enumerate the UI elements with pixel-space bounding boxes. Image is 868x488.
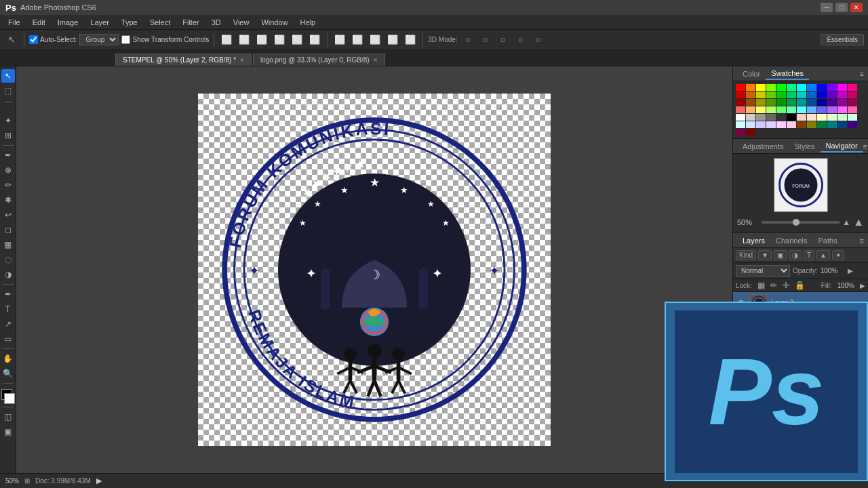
color-swatch[interactable]	[776, 99, 786, 106]
filter-adjustment-icon[interactable]: ◑	[789, 250, 802, 260]
color-swatch[interactable]	[736, 99, 745, 106]
color-swatch[interactable]	[797, 99, 806, 106]
color-swatch[interactable]	[848, 114, 857, 121]
color-swatch[interactable]	[787, 84, 796, 91]
screen-mode-tool[interactable]: ▣	[1, 425, 15, 439]
tab-paths[interactable]: Paths	[813, 235, 843, 246]
align-right-icon[interactable]: ⬜	[254, 33, 269, 47]
color-swatch[interactable]	[837, 121, 847, 128]
active-document-tab[interactable]: STEMPEL @ 50% (Layer 2, RGB/8) * ×	[115, 54, 252, 66]
3d-scale-icon[interactable]: ○	[531, 33, 546, 47]
lock-all-icon[interactable]: 🔒	[795, 281, 805, 290]
color-swatch[interactable]	[827, 84, 837, 91]
color-swatch[interactable]	[746, 121, 755, 128]
color-swatch[interactable]	[776, 121, 786, 128]
essentials-button[interactable]: Essentials	[821, 34, 864, 45]
color-swatch[interactable]	[756, 106, 766, 113]
pen-tool[interactable]: ✒	[1, 287, 15, 301]
3d-pan-icon[interactable]: ○	[496, 33, 511, 47]
color-swatch[interactable]	[776, 92, 786, 98]
lock-position-icon[interactable]: ✛	[783, 281, 789, 290]
color-swatch[interactable]	[807, 106, 816, 113]
zoom-indicator[interactable]: 50%	[5, 477, 19, 485]
color-swatch[interactable]	[837, 84, 847, 91]
color-swatch[interactable]	[756, 121, 766, 128]
tab-channels[interactable]: Channels	[770, 235, 812, 246]
blend-mode-select[interactable]: Normal	[736, 265, 790, 277]
opacity-value[interactable]: 100%	[821, 267, 845, 274]
distribute-3-icon[interactable]: ⬜	[368, 33, 382, 47]
close-button[interactable]: ✕	[850, 3, 863, 12]
color-swatch[interactable]	[746, 84, 755, 91]
color-swatch[interactable]	[837, 114, 847, 121]
background-color[interactable]	[4, 393, 15, 404]
color-swatch[interactable]	[827, 99, 837, 106]
quick-mask-tool[interactable]: ◫	[1, 410, 15, 424]
align-middle-icon[interactable]: ⬜	[290, 33, 304, 47]
quick-select-tool[interactable]: ✦	[1, 114, 15, 127]
color-swatch[interactable]	[817, 84, 827, 91]
color-swatch[interactable]	[817, 106, 827, 113]
color-swatch[interactable]	[848, 106, 857, 113]
color-swatch[interactable]	[837, 92, 847, 98]
marquee-tool[interactable]: ⬚	[1, 84, 15, 98]
color-swatch[interactable]	[736, 84, 745, 91]
color-swatch[interactable]	[797, 84, 806, 91]
nav-panel-options[interactable]: ≡	[863, 142, 867, 150]
color-swatch[interactable]	[787, 92, 796, 98]
lock-transparent-icon[interactable]: ▦	[757, 281, 765, 290]
hand-tool[interactable]: ✋	[1, 352, 15, 365]
layers-panel-options[interactable]: ≡	[860, 237, 864, 245]
panel-options-icon[interactable]: ≡	[860, 70, 864, 78]
doc-info-arrow[interactable]: ▶	[96, 476, 102, 485]
color-swatch[interactable]	[787, 121, 796, 128]
distribute-4-icon[interactable]: ⬜	[385, 33, 400, 47]
align-center-icon[interactable]: ⬜	[237, 33, 252, 47]
color-swatch[interactable]	[848, 84, 857, 91]
nav-zoom-slider[interactable]	[762, 221, 840, 224]
blur-tool[interactable]: ◌	[1, 253, 15, 266]
eraser-tool[interactable]: ◻	[1, 223, 15, 237]
color-swatch[interactable]	[797, 114, 806, 121]
shape-tool[interactable]: ▭	[1, 332, 15, 346]
tab-color[interactable]: Color	[737, 68, 766, 79]
distribute-1-icon[interactable]: ⬜	[332, 33, 347, 47]
type-tool[interactable]: T	[1, 302, 15, 316]
menu-3d[interactable]: 3D	[206, 17, 226, 28]
color-swatch[interactable]	[797, 106, 806, 113]
color-swatch[interactable]	[797, 121, 806, 128]
color-swatch[interactable]	[746, 92, 755, 98]
color-swatch[interactable]	[807, 84, 816, 91]
tab-navigator[interactable]: Navigator	[821, 140, 863, 152]
color-swatch[interactable]	[766, 92, 776, 98]
active-tab-close[interactable]: ×	[240, 56, 244, 64]
path-select-tool[interactable]: ↗	[1, 317, 15, 331]
tab-adjustments[interactable]: Adjustments	[737, 141, 789, 152]
align-left-icon[interactable]: ⬜	[219, 33, 234, 47]
menu-filter[interactable]: Filter	[177, 17, 204, 28]
color-swatch[interactable]	[837, 99, 847, 106]
color-swatch[interactable]	[736, 121, 745, 128]
brush-tool[interactable]: ✏	[1, 178, 15, 192]
title-bar-controls[interactable]: ─ □ ✕	[821, 3, 863, 12]
history-brush-tool[interactable]: ↩	[1, 208, 15, 222]
fill-value[interactable]: 100%	[837, 282, 854, 289]
color-swatch[interactable]	[756, 99, 766, 106]
dodge-tool[interactable]: ◑	[1, 268, 15, 281]
color-swatch[interactable]	[817, 99, 827, 106]
inactive-document-tab[interactable]: logo.png @ 33.3% (Layer 0, RGB/8) ×	[253, 54, 385, 66]
3d-rotate-icon[interactable]: ○	[460, 33, 475, 47]
color-swatch[interactable]	[848, 92, 857, 98]
color-swatch[interactable]	[756, 114, 766, 121]
zoom-tool[interactable]: 🔍	[1, 367, 15, 380]
color-swatch[interactable]	[746, 99, 755, 106]
color-swatch[interactable]	[736, 106, 745, 113]
color-swatch[interactable]	[736, 129, 745, 136]
color-swatch[interactable]	[746, 114, 755, 121]
restore-button[interactable]: □	[835, 3, 848, 12]
filter-kind-dropdown[interactable]: ▼	[758, 250, 772, 260]
distribute-2-icon[interactable]: ⬜	[350, 33, 365, 47]
color-swatch[interactable]	[746, 106, 755, 113]
zoom-stepper[interactable]: ⊞	[24, 477, 30, 485]
menu-image[interactable]: Image	[52, 17, 84, 28]
